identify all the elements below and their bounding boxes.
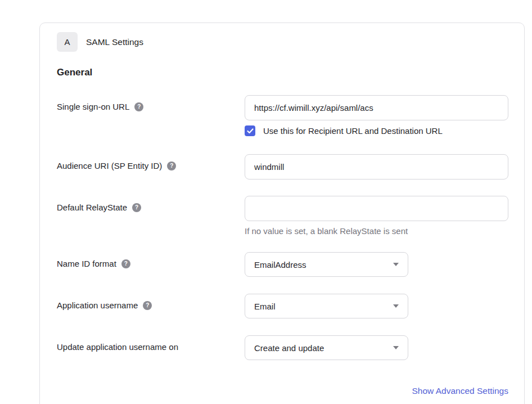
audience-uri-label-col: Audience URI (SP Entity ID) ? bbox=[57, 154, 245, 170]
default-relaystate-field-col: If no value is set, a blank RelayState i… bbox=[245, 196, 508, 236]
name-id-format-select[interactable]: EmailAddress bbox=[245, 252, 408, 277]
application-username-label: Application username bbox=[57, 300, 138, 310]
audience-uri-label: Audience URI (SP Entity ID) bbox=[57, 161, 162, 170]
audience-uri-row: Audience URI (SP Entity ID) ? bbox=[57, 154, 507, 179]
update-username-on-field-col: Create and update bbox=[245, 335, 507, 360]
saml-settings-form: Single sign-on URL ? Use this for Recipi… bbox=[57, 95, 507, 396]
audience-uri-help-icon[interactable]: ? bbox=[167, 161, 176, 170]
general-section-heading: General bbox=[57, 67, 507, 78]
update-username-on-row: Update application username on Create an… bbox=[57, 335, 507, 360]
checkmark-icon bbox=[247, 128, 254, 134]
default-relaystate-help-icon[interactable]: ? bbox=[132, 203, 141, 212]
application-username-help-icon[interactable]: ? bbox=[143, 301, 152, 310]
chevron-down-icon bbox=[393, 346, 399, 349]
recipient-url-checkbox[interactable] bbox=[245, 125, 255, 136]
saml-settings-card: A SAML Settings General Single sign-on U… bbox=[39, 23, 525, 404]
application-username-selected-value: Email bbox=[254, 302, 276, 311]
application-username-label-col: Application username ? bbox=[57, 294, 245, 310]
default-relaystate-row: Default RelayState ? If no value is set,… bbox=[57, 196, 507, 236]
default-relaystate-label-col: Default RelayState ? bbox=[57, 196, 245, 212]
name-id-format-label-col: Name ID format ? bbox=[57, 252, 245, 268]
name-id-format-field-col: EmailAddress bbox=[245, 252, 507, 277]
sso-url-help-icon[interactable]: ? bbox=[134, 102, 143, 111]
update-username-on-selected-value: Create and update bbox=[254, 343, 324, 353]
name-id-format-row: Name ID format ? EmailAddress bbox=[57, 252, 507, 277]
card-header: A SAML Settings bbox=[57, 32, 507, 52]
update-username-on-select[interactable]: Create and update bbox=[245, 335, 408, 360]
audience-uri-input[interactable] bbox=[245, 154, 508, 179]
application-username-select[interactable]: Email bbox=[245, 294, 408, 318]
sso-url-input[interactable] bbox=[245, 95, 508, 120]
page-title: SAML Settings bbox=[86, 37, 143, 47]
section-badge: A bbox=[57, 32, 78, 52]
sso-url-row: Single sign-on URL ? Use this for Recipi… bbox=[57, 95, 507, 136]
chevron-down-icon bbox=[393, 263, 399, 266]
audience-uri-field-col bbox=[245, 154, 508, 179]
sso-url-label: Single sign-on URL bbox=[57, 102, 129, 111]
name-id-format-help-icon[interactable]: ? bbox=[121, 259, 130, 268]
update-username-on-label-col: Update application username on bbox=[57, 335, 245, 352]
advanced-settings-link-row: Show Advanced Settings bbox=[57, 386, 508, 396]
application-username-field-col: Email bbox=[245, 294, 507, 318]
show-advanced-settings-link[interactable]: Show Advanced Settings bbox=[412, 386, 508, 396]
sso-url-label-col: Single sign-on URL ? bbox=[57, 95, 245, 111]
chevron-down-icon bbox=[393, 304, 399, 308]
name-id-format-selected-value: EmailAddress bbox=[254, 260, 306, 270]
update-username-on-label: Update application username on bbox=[57, 342, 178, 352]
default-relaystate-label: Default RelayState bbox=[57, 203, 127, 212]
sso-url-field-col: Use this for Recipient URL and Destinati… bbox=[245, 95, 508, 136]
name-id-format-label: Name ID format bbox=[57, 259, 116, 268]
application-username-row: Application username ? Email bbox=[57, 294, 507, 318]
sso-url-checkbox-row: Use this for Recipient URL and Destinati… bbox=[245, 125, 508, 136]
default-relaystate-input[interactable] bbox=[245, 196, 508, 221]
default-relaystate-helper-text: If no value is set, a blank RelayState i… bbox=[245, 226, 508, 236]
recipient-url-checkbox-label: Use this for Recipient URL and Destinati… bbox=[263, 126, 443, 136]
